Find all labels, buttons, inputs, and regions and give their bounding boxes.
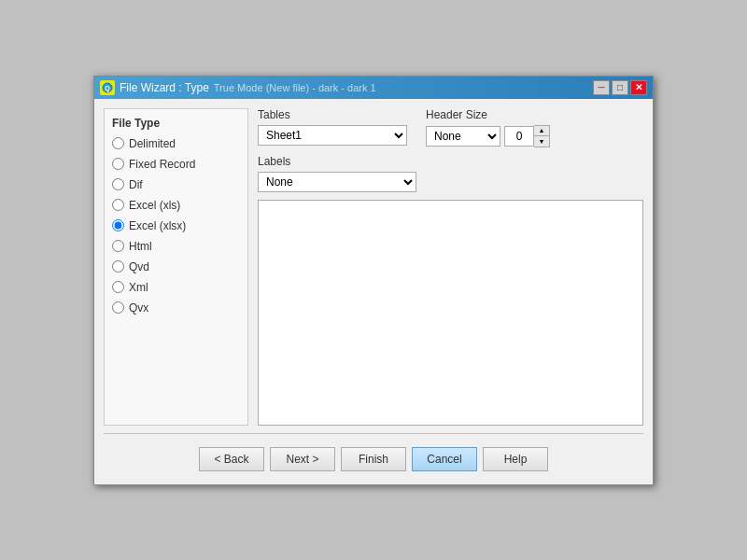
- radio-label-qvx: Qvx: [129, 301, 148, 315]
- window-title: File Wizard : Type: [120, 81, 209, 94]
- header-size-row: None 1 2 3 ▲ ▼: [426, 125, 550, 147]
- spinner-arrows: ▲ ▼: [534, 125, 550, 147]
- radio-item-qvd[interactable]: Qvd: [112, 260, 240, 273]
- tables-dropdown-container: Sheet1: [258, 125, 407, 146]
- button-row: < Back Next > Finish Cancel Help: [104, 441, 643, 475]
- app-icon: Q: [100, 80, 115, 95]
- close-button[interactable]: ✕: [630, 80, 647, 95]
- radio-excel-xls[interactable]: [112, 199, 124, 211]
- spinner-input[interactable]: [504, 126, 534, 147]
- wizard-window: Q File Wizard : Type True Mode (New file…: [93, 76, 654, 485]
- radio-label-html: Html: [129, 240, 152, 253]
- radio-dif[interactable]: [112, 178, 124, 190]
- header-size-group: Header Size None 1 2 3 ▲: [426, 108, 550, 147]
- radio-qvd[interactable]: [112, 260, 124, 273]
- main-content: File Type Delimited Fixed Record Dif: [104, 108, 643, 426]
- cancel-button[interactable]: Cancel: [412, 447, 477, 471]
- window-subtitle: True Mode (New file) - dark - dark 1: [214, 82, 376, 93]
- header-size-select[interactable]: None 1 2 3: [426, 126, 500, 147]
- header-size-label: Header Size: [426, 108, 550, 121]
- preview-area: [258, 200, 643, 426]
- radio-label-delimited: Delimited: [129, 137, 176, 150]
- labels-select[interactable]: None Embedded Labels No Labels: [258, 172, 416, 192]
- separator: [104, 433, 643, 434]
- radio-item-qvx[interactable]: Qvx: [112, 301, 240, 315]
- radio-excel-xlsx[interactable]: [112, 219, 124, 231]
- labels-group: Labels None Embedded Labels No Labels: [258, 155, 643, 192]
- radio-xml[interactable]: [112, 281, 124, 293]
- file-type-header: File Type: [112, 117, 240, 130]
- radio-label-qvd: Qvd: [129, 260, 149, 273]
- top-controls: Tables Sheet1 Header Size None 1: [258, 108, 643, 147]
- spinner-down-button[interactable]: ▼: [534, 136, 549, 147]
- radio-qvx[interactable]: [112, 301, 124, 314]
- spinner-up-button[interactable]: ▲: [534, 126, 549, 136]
- radio-label-fixed-record: Fixed Record: [129, 158, 195, 171]
- back-button[interactable]: < Back: [199, 447, 264, 471]
- maximize-button[interactable]: □: [612, 80, 628, 95]
- title-bar: Q File Wizard : Type True Mode (New file…: [94, 77, 653, 99]
- radio-item-excel-xls[interactable]: Excel (xls): [112, 199, 240, 212]
- spinner-wrapper: ▲ ▼: [504, 125, 550, 147]
- radio-item-excel-xlsx[interactable]: Excel (xlsx): [112, 219, 240, 232]
- title-bar-controls: ─ □ ✕: [593, 80, 647, 95]
- radio-label-excel-xls: Excel (xls): [129, 199, 180, 212]
- tables-select[interactable]: Sheet1: [258, 125, 407, 146]
- radio-item-xml[interactable]: Xml: [112, 281, 240, 294]
- radio-label-xml: Xml: [129, 281, 148, 294]
- file-type-radio-group: Delimited Fixed Record Dif Excel (xls): [112, 137, 240, 315]
- radio-item-dif[interactable]: Dif: [112, 178, 240, 191]
- radio-label-excel-xlsx: Excel (xlsx): [129, 219, 186, 232]
- finish-button[interactable]: Finish: [341, 447, 406, 471]
- tables-group: Tables Sheet1: [258, 108, 407, 146]
- radio-item-html[interactable]: Html: [112, 240, 240, 253]
- help-button[interactable]: Help: [483, 447, 548, 471]
- right-panel: Tables Sheet1 Header Size None 1: [258, 108, 643, 426]
- radio-delimited[interactable]: [112, 137, 124, 149]
- radio-item-delimited[interactable]: Delimited: [112, 137, 240, 150]
- next-button[interactable]: Next >: [270, 447, 335, 471]
- svg-text:Q: Q: [105, 85, 110, 92]
- radio-fixed-record[interactable]: [112, 158, 124, 170]
- tables-label: Tables: [258, 108, 407, 121]
- radio-label-dif: Dif: [129, 178, 143, 191]
- file-type-panel: File Type Delimited Fixed Record Dif: [104, 108, 248, 426]
- labels-label: Labels: [258, 155, 643, 168]
- radio-html[interactable]: [112, 240, 124, 252]
- title-bar-left: Q File Wizard : Type True Mode (New file…: [100, 80, 376, 95]
- minimize-button[interactable]: ─: [593, 80, 610, 95]
- radio-item-fixed-record[interactable]: Fixed Record: [112, 158, 240, 171]
- dialog-body: File Type Delimited Fixed Record Dif: [94, 99, 653, 484]
